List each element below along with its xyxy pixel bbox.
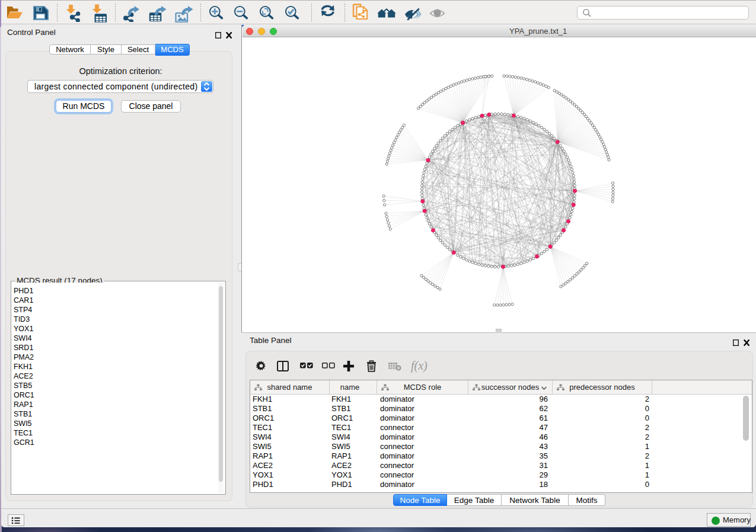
svg-text:f(x): f(x): [411, 359, 428, 373]
